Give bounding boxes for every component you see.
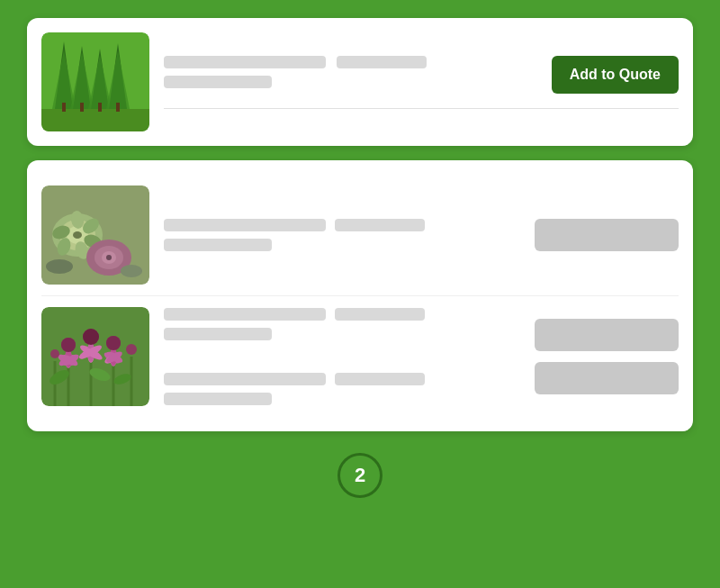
row-echinacea-info (164, 308, 524, 405)
svg-point-63 (106, 336, 121, 350)
s-title-bar (164, 219, 326, 231)
svg-point-31 (106, 255, 112, 260)
svg-point-33 (121, 265, 142, 277)
row-succulents-info (164, 219, 524, 251)
row-echinacea-content (164, 308, 679, 405)
row-echinacea-button-2[interactable] (535, 362, 679, 394)
echinacea-images-stack (41, 307, 149, 406)
card-divider (164, 108, 679, 109)
svg-point-65 (50, 349, 59, 358)
product-card-2 (27, 160, 693, 431)
e-sku-bar-2 (335, 373, 425, 385)
add-to-quote-button[interactable]: Add to Quote (552, 56, 679, 94)
svg-rect-12 (98, 103, 102, 112)
s-size-bar (164, 239, 272, 251)
svg-point-55 (83, 329, 99, 345)
e-title-bar-2 (164, 373, 326, 385)
page-number: 2 (355, 464, 365, 487)
product-card-1: Add to Quote (27, 18, 693, 146)
row-succulents-content (164, 219, 679, 251)
e-title-bar (164, 308, 326, 321)
product-row-succulents (41, 175, 679, 296)
e-size-bar-2 (164, 393, 272, 405)
plant-image-succulents (41, 185, 149, 285)
plant-image-echinacea (41, 307, 149, 406)
row-succulents-action (535, 219, 679, 251)
svg-rect-10 (62, 103, 66, 112)
row-succulents-button[interactable] (535, 219, 679, 251)
row-echinacea-button-1[interactable] (535, 319, 679, 351)
svg-rect-1 (41, 109, 149, 131)
product-price-bar (164, 76, 272, 88)
card-1-content: Add to Quote (164, 56, 679, 109)
svg-point-18 (73, 231, 82, 239)
pagination: 2 (338, 453, 382, 498)
svg-point-32 (46, 259, 73, 274)
product-sku-bar (337, 56, 427, 68)
svg-point-47 (61, 338, 76, 352)
row-echinacea-actions (535, 319, 679, 394)
e-size-bar (164, 328, 272, 340)
product-row-echinacea (41, 296, 679, 417)
card-1-top: Add to Quote (164, 56, 679, 94)
svg-rect-11 (80, 103, 84, 112)
e-sku-bar (335, 308, 425, 321)
s-sku-bar (335, 219, 425, 231)
page-2-button[interactable]: 2 (338, 453, 382, 498)
product-title-bar (164, 56, 326, 68)
card-1-info (164, 56, 427, 88)
svg-point-64 (126, 344, 137, 355)
svg-rect-13 (116, 103, 120, 112)
plant-image-arborvitae (41, 32, 149, 131)
